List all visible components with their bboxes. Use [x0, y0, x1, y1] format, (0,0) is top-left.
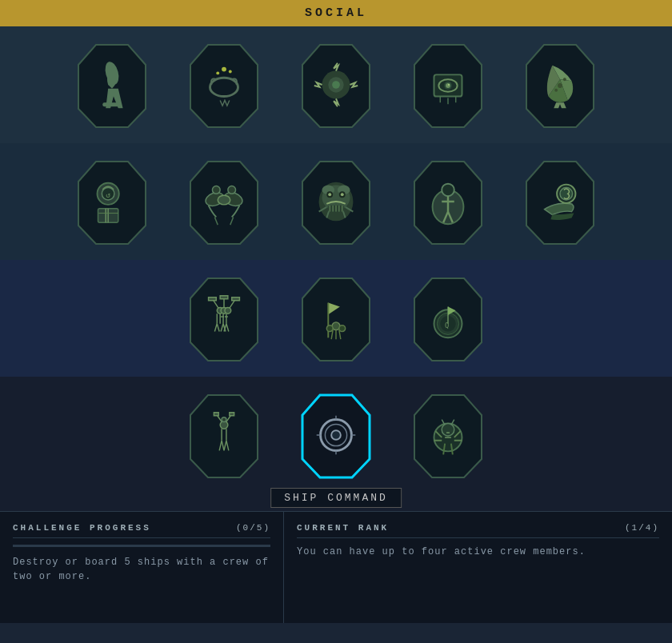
- svg-point-14: [558, 83, 562, 88]
- badge-eye-box[interactable]: [408, 41, 488, 129]
- svg-point-16: [554, 89, 558, 92]
- badge-mask-stars[interactable]: [184, 41, 264, 129]
- svg-point-36: [442, 184, 454, 197]
- svg-point-13: [448, 84, 450, 86]
- svg-point-61: [442, 423, 454, 436]
- svg-point-32: [328, 193, 331, 196]
- svg-point-4: [222, 67, 226, 72]
- svg-point-3: [216, 71, 219, 74]
- svg-point-44: [225, 307, 231, 314]
- header-title: SOCIAL: [305, 6, 367, 20]
- badge-hand-pizza[interactable]: [520, 41, 600, 129]
- challenge-title: CHALLENGE PROGRESS: [13, 523, 151, 533]
- rank-description: You can have up to four active crew memb…: [297, 545, 659, 559]
- svg-point-15: [563, 78, 566, 81]
- svg-point-33: [341, 193, 344, 196]
- svg-rect-1: [102, 102, 121, 106]
- svg-point-24: [212, 186, 220, 194]
- badge-icon-hand-pizza: [532, 53, 588, 117]
- badge-icon-bug-figure: [420, 403, 476, 467]
- rank-title: CURRENT RANK: [297, 523, 389, 533]
- rank-header: CURRENT RANK (1/4): [297, 523, 659, 538]
- info-panel: CHALLENGE PROGRESS (0/5) Destroy or boar…: [0, 511, 672, 623]
- svg-point-12: [446, 83, 450, 88]
- svg-point-5: [229, 70, 232, 74]
- badge-puppet-group[interactable]: [184, 274, 264, 362]
- badge-icon-puppet-group: [196, 286, 252, 350]
- svg-point-38: [560, 188, 573, 201]
- badge-explosion[interactable]: [296, 41, 376, 129]
- badge-puppet-master[interactable]: [184, 391, 264, 479]
- badge-icon-mask-stars: [196, 53, 252, 117]
- badge-icon-ship-command: [308, 403, 364, 467]
- page-header: SOCIAL: [0, 0, 672, 26]
- svg-point-59: [331, 430, 341, 440]
- svg-text:Q: Q: [445, 322, 449, 329]
- rank-count: (1/4): [625, 523, 659, 533]
- badge-bag-gift[interactable]: ↺: [72, 158, 152, 246]
- challenge-description: Destroy or board 5 ships with a crew of …: [13, 555, 270, 584]
- badge-icon-monster: [308, 170, 364, 234]
- badge-flag-group[interactable]: [296, 274, 376, 362]
- badge-icon-eye-box: [420, 53, 476, 117]
- badge-ship-command[interactable]: SHIP COMMAND: [296, 391, 376, 479]
- skill-row-4: SHIP COMMAND: [0, 377, 672, 511]
- badge-icon-flag-group: [308, 286, 364, 350]
- svg-point-48: [339, 325, 346, 332]
- skill-row-2: ↺: [0, 143, 672, 260]
- challenge-progress-bar: [13, 545, 270, 547]
- badge-flag-planet[interactable]: Q: [408, 274, 488, 362]
- skill-row-1: [0, 26, 672, 143]
- badge-icon-bag-gift: ↺: [84, 170, 140, 234]
- challenge-count: (0/5): [236, 523, 270, 533]
- badge-tooltip: SHIP COMMAND: [270, 488, 402, 508]
- badge-icon-flag-planet: Q: [420, 286, 476, 350]
- badge-icon-handshake: [196, 170, 252, 234]
- badge-bug-figure[interactable]: [408, 391, 488, 479]
- svg-point-47: [326, 325, 333, 332]
- svg-point-2: [210, 78, 238, 96]
- badge-monster[interactable]: [296, 158, 376, 246]
- badge-icon-explosion: [308, 53, 364, 117]
- svg-point-25: [228, 186, 236, 194]
- svg-point-56: [222, 417, 226, 422]
- svg-text:↺: ↺: [106, 191, 110, 200]
- badge-icon-figure: [420, 170, 476, 234]
- svg-point-23: [218, 195, 230, 205]
- badge-icon-hand-leaf: [84, 53, 140, 117]
- badge-handshake[interactable]: [184, 158, 264, 246]
- challenge-section: CHALLENGE PROGRESS (0/5) Destroy or boar…: [0, 512, 284, 623]
- skill-row-3: Q: [0, 260, 672, 377]
- rank-section: CURRENT RANK (1/4) You can have up to fo…: [284, 512, 672, 623]
- badge-icon-puppet-master: [196, 403, 252, 467]
- challenge-header: CHALLENGE PROGRESS (0/5): [13, 523, 270, 538]
- badge-hand-coin[interactable]: [520, 158, 600, 246]
- badge-figure[interactable]: [408, 158, 488, 246]
- svg-point-8: [332, 81, 340, 89]
- badge-icon-hand-coin: [532, 170, 588, 234]
- badge-hand-leaf[interactable]: [72, 41, 152, 129]
